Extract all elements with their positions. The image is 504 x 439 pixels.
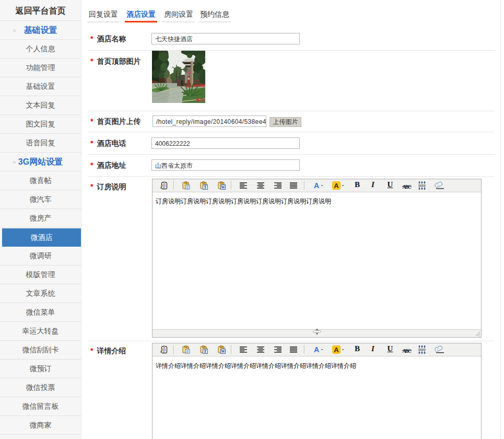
svg-text:T: T [204,349,207,354]
svg-text:T: T [204,185,207,190]
svg-text:A: A [334,346,339,354]
svg-text:A: A [314,345,319,354]
svg-text:W: W [221,185,225,190]
svg-text:A: A [334,182,339,190]
svg-text:A: A [314,181,319,190]
svg-text:ABC: ABC [403,184,412,190]
svg-text:ABC: ABC [403,349,412,354]
svg-text:W: W [221,349,225,354]
